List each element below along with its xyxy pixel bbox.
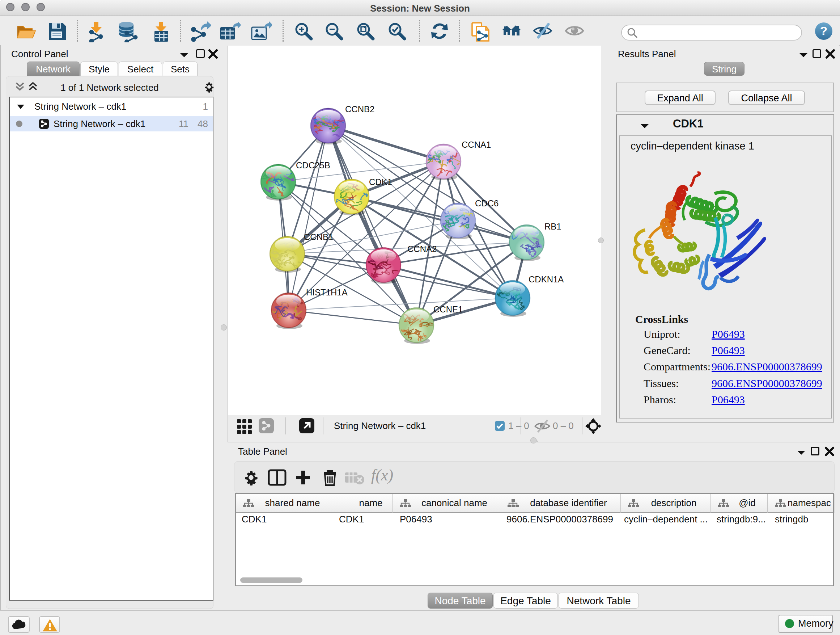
svg-text:CDK1: CDK1: [369, 177, 392, 187]
svg-text:RB1: RB1: [545, 222, 561, 231]
svg-text:CCNB1: CCNB1: [304, 232, 333, 242]
svg-text:HIST1H1A: HIST1H1A: [306, 287, 347, 297]
svg-text:CDC6: CDC6: [475, 198, 499, 208]
svg-text:CDC25B: CDC25B: [296, 160, 330, 170]
svg-text:CCNE1: CCNE1: [433, 304, 463, 314]
svg-text:CDKN1A: CDKN1A: [529, 274, 564, 284]
svg-text:?: ?: [820, 24, 828, 38]
svg-text:CCNA1: CCNA1: [462, 140, 491, 149]
svg-text:CCNB2: CCNB2: [345, 104, 374, 114]
svg-text:CCNA2: CCNA2: [407, 244, 437, 254]
